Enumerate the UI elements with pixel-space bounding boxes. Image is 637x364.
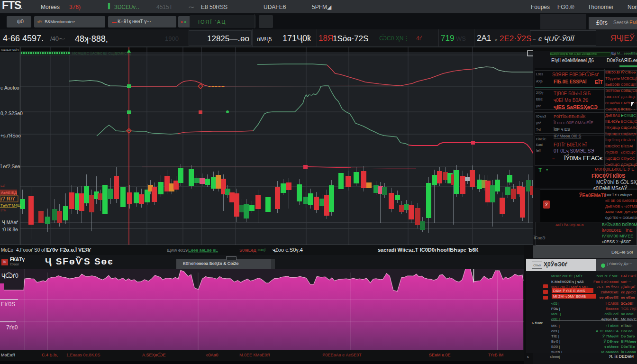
svg-text:ґ7 Я7ґ: ґ7 Я7ґ	[0, 196, 15, 201]
svg-text:0,2.Ѕ2Ѕө0: 0,2.Ѕ2Ѕө0	[0, 111, 23, 116]
svg-text:FІґ0Ѕ: FІґ0Ѕ	[1, 301, 15, 308]
svg-text:7ґє0: 7ґє0	[6, 324, 18, 331]
svg-text:АөАЕІЕД: АөАЕІЕД	[1, 191, 17, 195]
svg-text:ЇґЇСМЩЇЕС ▒АСЇБС ЩЇ СЩЇДСМЇґСЇ: ЇґЇСМЩЇЕС ▒АСЇБС ЩЇ СЩЇДСМЇґСЇЩ	[72, 52, 131, 55]
svg-text::0 ІК 8ө: :0 ІК 8ө	[2, 227, 18, 232]
svg-text:Ї өґ2,Ѕөө: Ї өґ2,Ѕөө	[0, 164, 20, 169]
svg-text:Tө£өЕөґ 0ҲЇ ү⋯: Tө£өЕөґ 0ҲЇ ү⋯	[0, 48, 22, 51]
svg-text:+ѕ.ґЯЅөө: +ѕ.ґЯЅөө	[0, 133, 21, 138]
svg-text:Ҷ МАөґ: Ҷ МАөґ	[2, 220, 18, 225]
svg-text:є АөөІөө: є АөөІөө	[0, 85, 19, 91]
svg-text:ҶѾґ0: ҶѾґ0	[1, 272, 18, 279]
svg-text:TөWТ҄ М4Щ: TөWТ҄ М4Щ	[0, 203, 21, 208]
svg-text:ЕДЇ: ЕДЇ	[0, 184, 5, 187]
svg-text:5ТМ: 5ТМ	[0, 209, 6, 212]
